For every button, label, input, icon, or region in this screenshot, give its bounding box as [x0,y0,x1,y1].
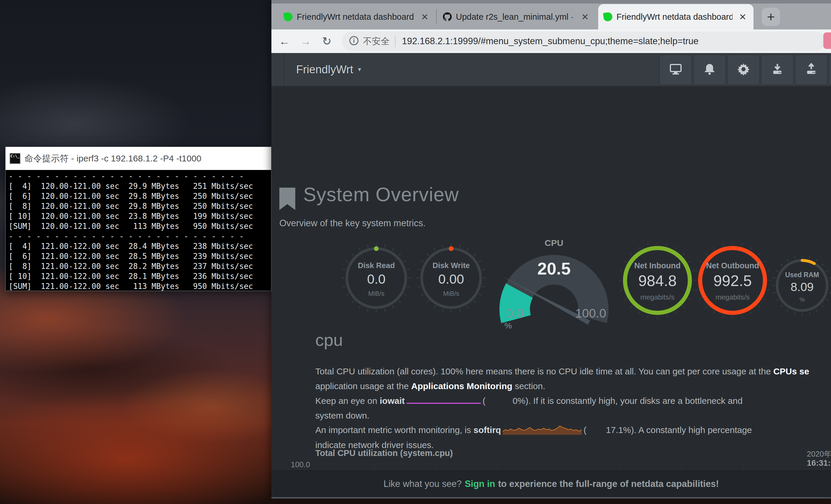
softirq-label: softirq [474,425,501,435]
security-label[interactable]: 不安全 [363,35,390,48]
terminal-titlebar[interactable]: C:\_ 命令提示符 - iperf3 -c 192.168.1.2 -P4 -… [6,147,271,170]
tab-close-icon[interactable]: ✕ [737,12,748,22]
new-tab-button[interactable]: + [762,8,780,26]
toolbar-edge-icon[interactable] [823,32,831,49]
bookmark-icon [278,187,296,212]
iowait-label: iowait [380,396,405,406]
gauge-net-inbound[interactable]: Net Inbound984.8megabits/s [618,241,697,320]
tab-strip: FriendlyWrt netdata dashboard✕Update r2s… [271,0,831,29]
reload-button[interactable]: ↻ [319,33,335,50]
banner-pre: Like what you see? [383,479,461,489]
tab-title: Update r2s_lean_minimal.yml · k [456,12,575,22]
terminal-title: 命令提示符 - iperf3 -c 192.168.1.2 -P4 -t1000 [25,153,201,165]
gear-icon [737,63,750,77]
cpus-link[interactable]: CPUs se [773,366,809,376]
cpu-paragraph-4: system down. [315,411,831,421]
chart-date: 2020年3 [807,449,831,459]
tab-title: FriendlyWrt netdata dashboard [297,12,414,22]
download-button[interactable] [761,55,794,85]
gauge-net-outbound[interactable]: Net Outbound992.5megabits/s [693,241,772,320]
sign-in-link[interactable]: Sign in [465,479,495,489]
y-axis-tick: 100.0 [285,460,310,469]
gauge-cpu[interactable]: CPU20.50.0100.0% [495,236,613,330]
header-divider [284,53,284,86]
chart-title: Total CPU utilization (system.cpu) [315,448,453,458]
tab-title: FriendlyWrt netdata dashboard [617,12,733,22]
softirq-sparkline [503,425,582,435]
chevron-down-icon: ▾ [358,66,361,73]
forward-button[interactable]: → [297,33,314,50]
screen: C:\_ 命令提示符 - iperf3 -c 192.168.1.2 -P4 -… [0,0,831,504]
cpu-paragraph-3: Keep an eye on iowait(0%). If it is cons… [315,396,831,406]
upload-icon [805,63,818,77]
browser-tab-3[interactable]: FriendlyWrt netdata dashboard✕ [598,4,753,29]
gauge-used-ram[interactable]: Used RAM8.09% [771,255,831,318]
tab-close-icon[interactable]: ✕ [419,12,430,22]
monitor-icon [669,63,682,77]
iowait-sparkline [407,396,481,404]
cpu-paragraph-1: Total CPU utilization (all cores). 100% … [315,366,831,377]
cpu-paragraph-5: An important metric worth monitoring, is… [315,425,831,435]
browser-tab-1[interactable]: FriendlyWrt netdata dashboard✕ [279,4,435,29]
banner-post: to experience the full-range of netdata … [498,479,719,489]
netdata-favicon [283,12,293,22]
applications-monitoring-link[interactable]: Applications Monitoring [411,381,512,391]
gauge-disk-write[interactable]: Disk Write0.00MiB/s [416,243,487,314]
url-text[interactable]: 192.168.2.1:19999/#menu_system_submenu_c… [402,36,699,47]
site-info-icon[interactable] [349,36,359,47]
gauge-disk-read[interactable]: Disk Read0.0MiB/s [341,243,412,314]
back-button[interactable]: ← [276,33,293,50]
upload-button[interactable] [795,55,828,85]
cpu-paragraph-2: application usage at the Applications Mo… [315,381,831,391]
signin-banner: Like what you see? Sign in to experience… [271,470,831,498]
omnibox-divider [395,35,396,47]
netdata-favicon [603,12,613,22]
tab-close-icon[interactable]: ✕ [580,12,591,22]
monitor-button[interactable] [659,55,692,85]
netdata-main: System Overview Overview of the key syst… [271,86,831,470]
terminal-output: - - - - - - - - - - - - - - - - - - - - … [6,170,271,291]
chart-time: 16:31:2 [807,458,831,468]
netdata-header: FriendlyWrt ▾ [271,53,831,87]
host-dropdown[interactable]: FriendlyWrt ▾ [296,53,361,86]
terminal-window[interactable]: C:\_ 命令提示符 - iperf3 -c 192.168.1.2 -P4 -… [5,147,271,291]
tab-divider [436,9,437,24]
section-heading-cpu: cpu [315,330,343,350]
gear-button[interactable] [727,55,760,85]
download-icon [771,63,784,77]
address-bar[interactable]: 不安全 192.168.2.1:19999/#menu_system_subme… [342,31,825,51]
page-subtitle: Overview of the key system metrics. [279,218,426,229]
bell-button[interactable] [693,55,726,85]
github-favicon [443,12,452,21]
clipped-header-button [829,55,831,85]
browser-tab-2[interactable]: Update r2s_lean_minimal.yml · k✕ [438,4,596,29]
cpu-chart[interactable] [313,464,805,470]
browser-window: FriendlyWrt netdata dashboard✕Update r2s… [271,0,831,499]
cmd-icon: C:\_ [10,153,20,164]
bell-icon [704,63,715,77]
page-title: System Overview [303,183,459,206]
browser-toolbar: ← → ↻ 不安全 192.168.2.1:19999/#menu_system… [271,29,831,53]
host-name: FriendlyWrt [296,63,353,76]
